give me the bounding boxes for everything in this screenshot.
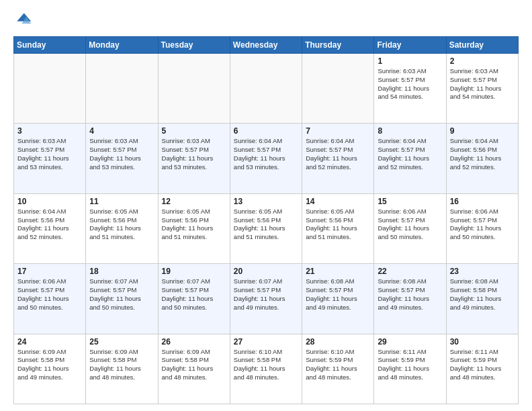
svg-marker-0 [17,13,31,21]
cell-info: Sunrise: 6:07 AM Sunset: 5:57 PM Dayligh… [162,277,226,312]
day-number: 15 [378,197,442,206]
day-number: 2 [450,56,515,66]
day-number: 1 [378,56,442,66]
cell-info: Sunrise: 6:03 AM Sunset: 5:57 PM Dayligh… [450,67,515,101]
day-number: 24 [17,337,82,347]
cell-info: Sunrise: 6:08 AM Sunset: 5:57 PM Dayligh… [378,277,442,312]
calendar-cell: 19Sunrise: 6:07 AM Sunset: 5:57 PM Dayli… [158,264,230,334]
cell-info: Sunrise: 6:07 AM Sunset: 5:57 PM Dayligh… [89,277,154,312]
calendar-cell: 30Sunrise: 6:11 AM Sunset: 5:59 PM Dayli… [446,334,518,404]
calendar-cell: 7Sunrise: 6:04 AM Sunset: 5:57 PM Daylig… [302,124,374,193]
cell-info: Sunrise: 6:08 AM Sunset: 5:58 PM Dayligh… [450,277,515,312]
day-number: 22 [378,267,442,276]
cell-info: Sunrise: 6:05 AM Sunset: 5:56 PM Dayligh… [89,208,154,242]
calendar-cell [230,54,302,124]
cell-info: Sunrise: 6:04 AM Sunset: 5:57 PM Dayligh… [234,137,298,171]
cell-info: Sunrise: 6:11 AM Sunset: 5:59 PM Dayligh… [450,348,515,382]
cell-info: Sunrise: 6:05 AM Sunset: 5:56 PM Dayligh… [234,208,298,242]
calendar-cell: 28Sunrise: 6:10 AM Sunset: 5:59 PM Dayli… [302,334,374,404]
calendar-cell: 23Sunrise: 6:08 AM Sunset: 5:58 PM Dayli… [446,264,518,334]
cell-info: Sunrise: 6:05 AM Sunset: 5:56 PM Dayligh… [306,208,370,242]
day-number: 20 [234,267,298,276]
calendar-cell: 4Sunrise: 6:03 AM Sunset: 5:57 PM Daylig… [86,124,158,193]
day-number: 11 [89,197,154,206]
cell-info: Sunrise: 6:09 AM Sunset: 5:58 PM Dayligh… [89,348,154,382]
col-header-tuesday: Tuesday [158,37,230,54]
col-header-friday: Friday [374,37,446,54]
day-number: 10 [17,197,82,206]
calendar-cell: 27Sunrise: 6:10 AM Sunset: 5:58 PM Dayli… [230,334,302,404]
calendar-cell [14,54,86,124]
day-number: 23 [450,267,515,276]
day-number: 9 [450,126,515,136]
calendar-cell: 21Sunrise: 6:08 AM Sunset: 5:57 PM Dayli… [302,264,374,334]
week-row-4: 17Sunrise: 6:06 AM Sunset: 5:57 PM Dayli… [14,264,519,334]
calendar-cell: 20Sunrise: 6:07 AM Sunset: 5:57 PM Dayli… [230,264,302,334]
calendar-cell: 18Sunrise: 6:07 AM Sunset: 5:57 PM Dayli… [86,264,158,334]
calendar-cell [86,54,158,124]
calendar-cell: 8Sunrise: 6:04 AM Sunset: 5:57 PM Daylig… [374,124,446,193]
col-header-thursday: Thursday [302,37,374,54]
day-number: 8 [378,126,442,136]
week-row-1: 1Sunrise: 6:03 AM Sunset: 5:57 PM Daylig… [14,54,519,124]
cell-info: Sunrise: 6:03 AM Sunset: 5:57 PM Dayligh… [17,137,82,171]
day-number: 4 [89,126,154,136]
calendar-cell: 11Sunrise: 6:05 AM Sunset: 5:56 PM Dayli… [86,193,158,263]
cell-info: Sunrise: 6:03 AM Sunset: 5:57 PM Dayligh… [162,137,226,171]
cell-info: Sunrise: 6:06 AM Sunset: 5:57 PM Dayligh… [17,277,82,312]
cell-info: Sunrise: 6:09 AM Sunset: 5:58 PM Dayligh… [162,348,226,382]
calendar-cell: 6Sunrise: 6:04 AM Sunset: 5:57 PM Daylig… [230,124,302,193]
col-header-wednesday: Wednesday [230,37,302,54]
calendar-cell: 16Sunrise: 6:06 AM Sunset: 5:57 PM Dayli… [446,193,518,263]
calendar-cell [302,54,374,124]
day-number: 29 [378,337,442,347]
calendar-cell: 3Sunrise: 6:03 AM Sunset: 5:57 PM Daylig… [14,124,86,193]
cell-info: Sunrise: 6:08 AM Sunset: 5:57 PM Dayligh… [306,277,370,312]
calendar-table: SundayMondayTuesdayWednesdayThursdayFrid… [13,36,519,404]
calendar-cell: 2Sunrise: 6:03 AM Sunset: 5:57 PM Daylig… [446,54,518,124]
calendar-header-row: SundayMondayTuesdayWednesdayThursdayFrid… [14,37,519,54]
calendar-cell: 1Sunrise: 6:03 AM Sunset: 5:57 PM Daylig… [374,54,446,124]
day-number: 27 [234,337,298,347]
calendar-cell: 12Sunrise: 6:05 AM Sunset: 5:56 PM Dayli… [158,193,230,263]
week-row-5: 24Sunrise: 6:09 AM Sunset: 5:58 PM Dayli… [14,334,519,404]
day-number: 17 [17,267,82,276]
cell-info: Sunrise: 6:10 AM Sunset: 5:59 PM Dayligh… [306,348,370,382]
day-number: 13 [234,197,298,206]
calendar-cell: 17Sunrise: 6:06 AM Sunset: 5:57 PM Dayli… [14,264,86,334]
header [13,11,519,30]
day-number: 26 [162,337,226,347]
week-row-2: 3Sunrise: 6:03 AM Sunset: 5:57 PM Daylig… [14,124,519,193]
cell-info: Sunrise: 6:09 AM Sunset: 5:58 PM Dayligh… [17,348,82,382]
logo [13,11,35,30]
day-number: 12 [162,197,226,206]
day-number: 21 [306,267,370,276]
calendar-cell: 29Sunrise: 6:11 AM Sunset: 5:59 PM Dayli… [374,334,446,404]
col-header-saturday: Saturday [446,37,518,54]
cell-info: Sunrise: 6:04 AM Sunset: 5:57 PM Dayligh… [378,137,442,171]
calendar-cell: 22Sunrise: 6:08 AM Sunset: 5:57 PM Dayli… [374,264,446,334]
day-number: 3 [17,126,82,136]
day-number: 7 [306,126,370,136]
cell-info: Sunrise: 6:06 AM Sunset: 5:57 PM Dayligh… [450,208,515,242]
day-number: 16 [450,197,515,206]
day-number: 14 [306,197,370,206]
cell-info: Sunrise: 6:10 AM Sunset: 5:58 PM Dayligh… [234,348,298,382]
calendar-cell: 10Sunrise: 6:04 AM Sunset: 5:56 PM Dayli… [14,193,86,263]
calendar-cell: 13Sunrise: 6:05 AM Sunset: 5:56 PM Dayli… [230,193,302,263]
cell-info: Sunrise: 6:03 AM Sunset: 5:57 PM Dayligh… [378,67,442,101]
calendar-cell: 9Sunrise: 6:04 AM Sunset: 5:56 PM Daylig… [446,124,518,193]
calendar-cell: 26Sunrise: 6:09 AM Sunset: 5:58 PM Dayli… [158,334,230,404]
calendar-cell [158,54,230,124]
calendar-cell: 24Sunrise: 6:09 AM Sunset: 5:58 PM Dayli… [14,334,86,404]
cell-info: Sunrise: 6:04 AM Sunset: 5:56 PM Dayligh… [450,137,515,171]
logo-icon [13,11,32,30]
day-number: 6 [234,126,298,136]
cell-info: Sunrise: 6:05 AM Sunset: 5:56 PM Dayligh… [162,208,226,242]
day-number: 28 [306,337,370,347]
cell-info: Sunrise: 6:11 AM Sunset: 5:59 PM Dayligh… [378,348,442,382]
page: SundayMondayTuesdayWednesdayThursdayFrid… [0,0,532,411]
calendar-cell: 14Sunrise: 6:05 AM Sunset: 5:56 PM Dayli… [302,193,374,263]
day-number: 30 [450,337,515,347]
cell-info: Sunrise: 6:06 AM Sunset: 5:57 PM Dayligh… [378,208,442,242]
